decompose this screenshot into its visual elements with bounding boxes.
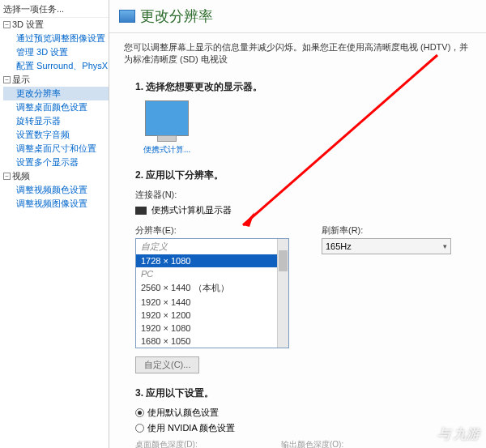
- resolution-option[interactable]: 1920 × 1200: [136, 309, 288, 322]
- tree-item[interactable]: 管理 3D 设置: [3, 45, 109, 59]
- radio-default-color[interactable]: 使用默认颜色设置: [135, 407, 460, 419]
- section2-header: 2. 应用以下分辨率。: [135, 169, 460, 182]
- collapse-icon[interactable]: −: [3, 173, 11, 180]
- connector-value: 便携式计算机显示器: [151, 204, 232, 216]
- watermark: 与 九游: [437, 426, 480, 443]
- custom-button[interactable]: 自定义(C)...: [135, 356, 199, 373]
- resolution-option-selected[interactable]: 1728 × 1080: [136, 254, 288, 267]
- tree-item[interactable]: 设置多个显示器: [3, 156, 109, 169]
- tree-item-change-resolution[interactable]: 更改分辨率: [3, 87, 109, 100]
- connector-label: 连接器(N):: [135, 189, 460, 201]
- tree-group-video[interactable]: − 视频: [3, 169, 109, 183]
- radio-nvidia-color[interactable]: 使用 NVIDIA 颜色设置: [135, 422, 460, 434]
- tree-item[interactable]: 调整桌面尺寸和位置: [3, 142, 109, 156]
- resolution-option[interactable]: 2560 × 1440 （本机）: [136, 280, 288, 296]
- tree-group-display[interactable]: − 显示: [3, 73, 109, 87]
- resolution-option[interactable]: 1920 × 1080: [136, 322, 288, 335]
- collapse-icon[interactable]: −: [3, 76, 11, 83]
- output-label: 输出颜色深度(O):: [281, 439, 394, 448]
- refresh-select[interactable]: 165Hz ▾: [322, 238, 451, 254]
- refresh-label: 刷新率(R):: [322, 224, 451, 237]
- tree-item[interactable]: 通过预览调整图像设置: [3, 32, 109, 45]
- display-icon: [119, 10, 135, 23]
- tree-item[interactable]: 旋转显示器: [3, 114, 109, 128]
- chevron-down-icon: ▾: [443, 242, 447, 250]
- dropdown-group-label: PC: [136, 267, 288, 280]
- dropdown-group-label: 自定义: [136, 239, 288, 254]
- tree-item[interactable]: 调整视频图像设置: [3, 197, 109, 211]
- collapse-icon[interactable]: −: [3, 21, 11, 28]
- connector-icon: [135, 207, 147, 215]
- depth-label: 桌面颜色深度(D):: [135, 439, 249, 448]
- scrollbar[interactable]: [277, 239, 288, 348]
- tree-item[interactable]: 调整视频颜色设置: [3, 183, 109, 197]
- monitor-label: 便携式计算...: [143, 144, 460, 156]
- monitor-icon[interactable]: [145, 100, 189, 136]
- resolution-option[interactable]: 1680 × 1050: [136, 335, 288, 348]
- resolution-dropdown[interactable]: 自定义 1728 × 1080 PC 2560 × 1440 （本机） 1920…: [135, 238, 289, 348]
- tree-item[interactable]: 调整桌面颜色设置: [3, 100, 109, 114]
- sidebar-header: 选择一项任务...: [0, 2, 109, 18]
- tree-item[interactable]: 设置数字音频: [3, 128, 109, 142]
- main-panel: 更改分辨率 您可以调整屏幕上显示的信息量并减少闪烁。如果您正在使用高清晰度电视 …: [109, 0, 486, 448]
- section1-header: 1. 选择您想要更改的显示器。: [135, 80, 460, 94]
- tree-item[interactable]: 配置 Surround、PhysX: [3, 59, 109, 73]
- page-subtitle: 您可以调整屏幕上显示的信息量并减少闪烁。如果您正在使用高清晰度电视 (HDTV)…: [109, 33, 486, 74]
- radio-icon[interactable]: [135, 424, 144, 433]
- resolution-label: 分辨率(E):: [135, 224, 289, 237]
- title-bar: 更改分辨率: [109, 0, 486, 33]
- sidebar: 选择一项任务... − 3D 设置 通过预览调整图像设置 管理 3D 设置 配置…: [0, 0, 109, 448]
- scrollbar-thumb[interactable]: [279, 250, 288, 271]
- resolution-option[interactable]: 1920 × 1440: [136, 296, 288, 309]
- radio-icon[interactable]: [135, 408, 144, 417]
- section3-header: 3. 应用以下设置。: [135, 386, 460, 400]
- tree-group-3d[interactable]: − 3D 设置: [3, 18, 109, 32]
- page-title: 更改分辨率: [140, 6, 213, 26]
